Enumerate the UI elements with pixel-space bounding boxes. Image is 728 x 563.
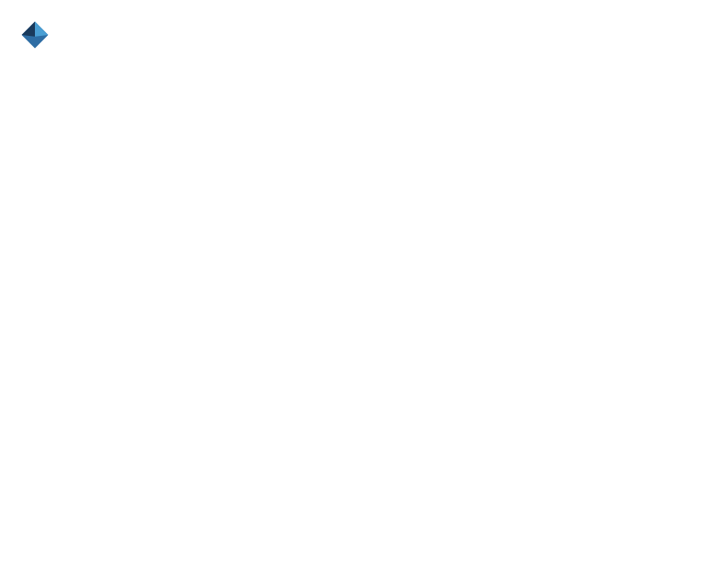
svg-marker-2 bbox=[22, 22, 35, 37]
logo-icon bbox=[18, 18, 51, 52]
logo bbox=[18, 18, 57, 52]
svg-marker-1 bbox=[35, 22, 48, 37]
header bbox=[18, 18, 710, 52]
